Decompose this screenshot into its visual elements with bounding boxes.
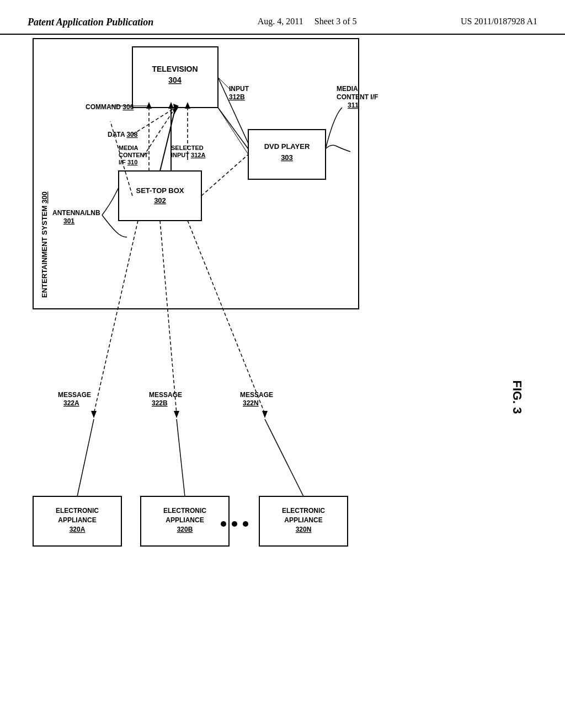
- command-label: COMMAND 306: [86, 103, 134, 111]
- appliance-320b-ref: 320B: [177, 526, 193, 533]
- media-content-if-label3: I/F 310: [119, 159, 137, 165]
- antenna-label: ANTENNA/LNB: [52, 209, 100, 217]
- message-322b-label: MESSAGE: [149, 391, 182, 399]
- appliance-320b-label2: APPLIANCE: [166, 516, 204, 524]
- appliance-320b-label: ELECTRONIC: [163, 507, 206, 515]
- media-content-if2-label2: CONTENT I/F: [337, 93, 378, 101]
- dot2: [232, 521, 237, 527]
- television-ref: 304: [168, 76, 182, 84]
- arrow-322n: [262, 411, 268, 418]
- arrow-322b: [174, 411, 179, 418]
- 320n-to-322n: [265, 419, 303, 496]
- input-312b-label: INPUT: [229, 85, 249, 93]
- appliance-320a-ref: 320A: [70, 526, 86, 533]
- selected-input-label2: INPUT 312A: [171, 152, 205, 158]
- entertainment-system-label: ENTERTAINMENT SYSTEM 300: [40, 191, 49, 298]
- antenna-ref: 301: [63, 217, 74, 225]
- message-322a-ref: 322A: [63, 399, 79, 407]
- arrow-322a: [91, 411, 97, 418]
- fig-label: FIG. 3: [510, 380, 524, 414]
- appliance-320n-ref: 320N: [296, 526, 312, 533]
- appliance-320n-label2: APPLIANCE: [284, 516, 322, 524]
- 320a-to-322a: [77, 419, 94, 496]
- appliance-320a-label: ELECTRONIC: [56, 507, 99, 515]
- dot3: [243, 521, 248, 527]
- media-content-if-label: MEDIA: [119, 144, 138, 151]
- dot1: [221, 521, 226, 527]
- message-322n-label: MESSAGE: [240, 391, 273, 399]
- stb-ref: 302: [154, 196, 166, 205]
- set-top-box: [119, 171, 201, 221]
- message-322b-ref: 322B: [152, 399, 168, 407]
- data-label: DATA 308: [108, 131, 138, 138]
- message-322n-ref: 322N: [243, 399, 259, 407]
- appliance-320n-label: ELECTRONIC: [282, 507, 325, 515]
- diagram-svg: ENTERTAINMENT SYSTEM 300 ANTENNA/LNB 301…: [0, 0, 530, 651]
- media-content-if2-label: MEDIA: [337, 85, 358, 93]
- appliance-320a-label2: APPLIANCE: [58, 516, 96, 524]
- media-content-if2-ref: 311: [348, 101, 359, 109]
- dvd-ref: 303: [281, 153, 293, 162]
- dvd-label: DVD PLAYER: [264, 142, 310, 151]
- message-322a-label: MESSAGE: [58, 391, 91, 399]
- stb-label: SET-TOP BOX: [136, 186, 184, 195]
- input-312b-ref: 312B: [229, 93, 245, 101]
- 320b-to-322b: [177, 419, 185, 496]
- television-label: TELEVISION: [152, 65, 198, 73]
